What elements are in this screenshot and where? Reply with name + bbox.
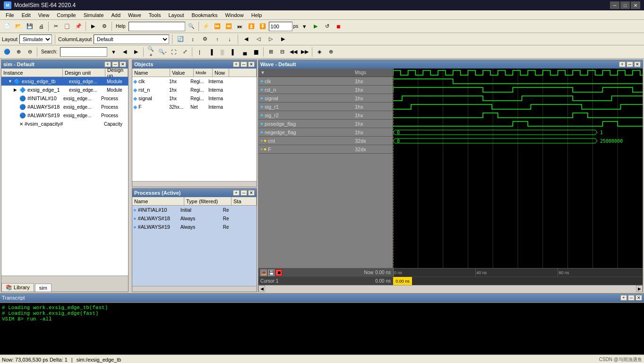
wave-sig-dropdown[interactable]: ▼	[260, 70, 265, 75]
proc-hscroll[interactable]	[132, 286, 257, 292]
wave-extra1[interactable]: ◈	[314, 47, 325, 57]
wave-ctrl1[interactable]: ◀	[241, 34, 251, 44]
layout-btn2[interactable]: ↕	[188, 34, 198, 44]
sim-btn1[interactable]: ⚡	[201, 21, 211, 32]
menu-wave[interactable]: Wave	[124, 11, 145, 19]
compile-btn[interactable]: ▶	[88, 21, 98, 32]
save-btn[interactable]: 💾	[25, 21, 35, 32]
print-btn[interactable]: 🖨	[36, 21, 46, 32]
transcript-content[interactable]: # Loading work.exsig_edge_tb(fast) # Loa…	[0, 302, 644, 354]
cursor-next[interactable]: ▶▶	[300, 47, 310, 57]
proc-row-0[interactable]: ● #INITIAL#10 Initial Re	[132, 206, 257, 214]
obj-add-btn[interactable]: +	[233, 61, 240, 67]
find-prev-btn[interactable]: ◀	[120, 47, 130, 57]
close-button[interactable]: ✕	[631, 1, 640, 9]
tab-sim[interactable]: sim	[35, 284, 52, 292]
zoom-out-btn[interactable]: 🔍-	[157, 47, 167, 57]
sim-row-4[interactable]: 🔵 #ALWAYS#19 exsig_edge... Process	[1, 111, 128, 120]
cut-btn[interactable]: ✂	[51, 21, 61, 32]
zoom-fit-btn[interactable]: ⤢	[180, 47, 190, 57]
obj-minus-btn[interactable]: ─	[240, 61, 247, 67]
sim-btn6[interactable]: ⏬	[258, 21, 268, 32]
menu-window[interactable]: Window	[222, 11, 248, 19]
help-search-btn[interactable]: 🔍	[186, 21, 197, 32]
sim-hscroll[interactable]	[1, 276, 128, 281]
new-btn[interactable]: 📄	[2, 21, 12, 32]
open-btn[interactable]: 📂	[13, 21, 24, 32]
wave-scroll-left[interactable]: ◀	[258, 285, 265, 292]
proc-add-btn[interactable]: +	[233, 190, 240, 196]
wave-scroll-right[interactable]: ▶	[636, 285, 643, 292]
obj-hscroll[interactable]	[132, 181, 257, 187]
layout-btn5[interactable]: ↓	[224, 34, 235, 44]
wave-ctrl2[interactable]: ◁	[253, 34, 264, 44]
paste-btn[interactable]: 📌	[73, 21, 84, 32]
obj-row-clk[interactable]: ◆ clk 1hx Regi... Interna	[132, 77, 257, 86]
sim-row-5[interactable]: ✕ #vsim_capacity# Capacity	[1, 120, 128, 128]
wave-disp3[interactable]: ▌	[228, 47, 239, 57]
menu-help[interactable]: Help	[248, 11, 266, 19]
search-input[interactable]	[60, 47, 107, 57]
wave-ctrl4[interactable]: ▶	[278, 34, 288, 44]
proc-minus-btn[interactable]: ─	[240, 190, 247, 196]
obj-row-rstn[interactable]: ◆ rst_n 1hx Regi... Interna	[132, 86, 257, 94]
wave-add-btn[interactable]: +	[619, 61, 626, 67]
wave-disp2[interactable]: ░	[217, 47, 227, 57]
obj-row-signal[interactable]: ◆ signal 1hx Regi... Interna	[132, 94, 257, 103]
wave-btn-save[interactable]: 💾	[268, 269, 275, 276]
sim-btn4[interactable]: ⏭	[235, 21, 245, 32]
layout-btn4[interactable]: ↑	[212, 34, 223, 44]
find-next-btn[interactable]: ▶	[131, 47, 141, 57]
help-input[interactable]	[129, 22, 185, 31]
minimize-button[interactable]: ─	[610, 1, 619, 9]
cursor-set1[interactable]: ⊞	[266, 47, 276, 57]
sim-row-3[interactable]: 🔵 #ALWAYS#18 exsig_edge... Process	[1, 103, 128, 111]
sim-add-btn[interactable]: +	[104, 61, 111, 67]
sim-row-2[interactable]: 🔵 #INITIAL#10 exsig_edge... Process	[1, 94, 128, 103]
tab-library[interactable]: 📚 Library	[1, 283, 34, 292]
wave-disp5[interactable]: ▆	[251, 47, 261, 57]
transcript-close-btn[interactable]: ✕	[635, 295, 642, 301]
zoom-in-btn[interactable]: 🔍+	[146, 47, 156, 57]
wave-disp1[interactable]: ▐	[206, 47, 216, 57]
layout-btn1[interactable]: 🔄	[175, 34, 186, 44]
maximize-button[interactable]: □	[620, 1, 630, 9]
search-btn[interactable]: ▼	[108, 47, 119, 57]
wave-btn-stop[interactable]: ⏹	[275, 269, 282, 276]
wave-tb3[interactable]: ⊖	[25, 47, 35, 57]
obj-row-F[interactable]: ◆ F 32hx... Net Interna	[132, 103, 257, 111]
run-all-btn[interactable]: ↺	[322, 21, 332, 32]
wave-tb2[interactable]: ⊕	[13, 47, 24, 57]
cursor-btn[interactable]: |	[194, 47, 205, 57]
obj-close-btn[interactable]: ✕	[248, 61, 255, 67]
menu-simulate[interactable]: Simulate	[80, 11, 108, 19]
sim-row-0[interactable]: ▼ 🔷 exsig_edge_tb exsig_edge... Module	[1, 77, 128, 86]
wave-minus-btn[interactable]: ─	[627, 61, 633, 67]
menu-edit[interactable]: Edit	[18, 11, 34, 19]
run-btn[interactable]: ▶	[310, 21, 321, 32]
wave-extra2[interactable]: ⊕	[326, 47, 336, 57]
menu-add[interactable]: Add	[108, 11, 125, 19]
sim-btn2[interactable]: ⏩	[212, 21, 223, 32]
wave-disp4[interactable]: ▄	[240, 47, 250, 57]
wave-hscroll[interactable]: ◀ ▶	[258, 285, 643, 292]
wave-tb1[interactable]: 🔵	[2, 47, 12, 57]
sim-close-btn[interactable]: ✕	[120, 61, 126, 67]
wave-scrollbar-track[interactable]	[265, 285, 636, 292]
menu-view[interactable]: View	[34, 11, 53, 19]
compile-all-btn[interactable]: ⚙	[99, 21, 110, 32]
transcript-add-btn[interactable]: +	[620, 295, 627, 301]
menu-bookmarks[interactable]: Bookmarks	[188, 11, 222, 19]
menu-compile[interactable]: Compile	[53, 11, 79, 19]
proc-row-2[interactable]: ● #ALWAYS#19 Always Re	[132, 223, 257, 231]
stop-btn[interactable]: ⏹	[333, 21, 343, 32]
sim-minus-btn[interactable]: ─	[112, 61, 119, 67]
zoom-full-btn[interactable]: ⛶	[168, 47, 179, 57]
menu-tools[interactable]: Tools	[145, 11, 165, 19]
wave-close-btn[interactable]: ✕	[634, 61, 641, 67]
sim-row-1[interactable]: ▶ 🔷 exsig_edge_1 exsig_edge... Module	[1, 86, 128, 94]
menu-file[interactable]: File	[2, 11, 18, 19]
copy-btn[interactable]: 📋	[62, 21, 72, 32]
layout-btn3[interactable]: ⚙	[200, 34, 210, 44]
cursor-prev[interactable]: ◀◀	[288, 47, 299, 57]
